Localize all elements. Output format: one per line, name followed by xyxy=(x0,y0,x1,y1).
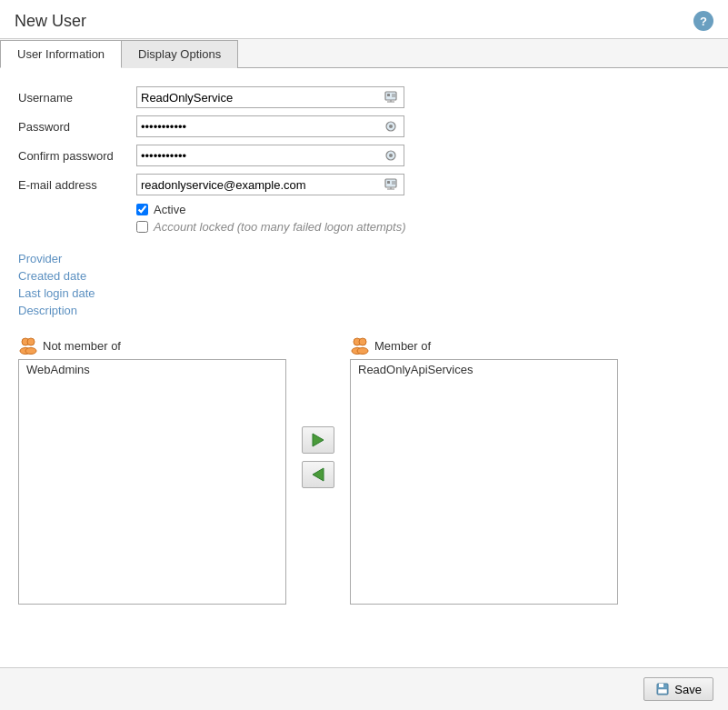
username-icon xyxy=(382,88,400,106)
svg-marker-21 xyxy=(313,468,324,481)
email-icon xyxy=(382,175,400,194)
content-area: Username xyxy=(0,68,728,659)
not-member-header: Not member of xyxy=(18,335,286,355)
remove-from-member-button[interactable] xyxy=(302,461,334,488)
confirm-password-label: Confirm password xyxy=(18,149,136,163)
password-input[interactable] xyxy=(141,120,382,134)
last-login-date-label: Last login date xyxy=(18,286,710,300)
groups-section: Not member of WebAdmins xyxy=(18,335,710,605)
svg-rect-27 xyxy=(659,684,663,687)
footer: Save xyxy=(0,667,728,710)
active-checkbox[interactable] xyxy=(136,204,148,215)
active-checkbox-row: Active xyxy=(136,203,710,216)
email-label: E-mail address xyxy=(18,178,136,192)
svg-rect-28 xyxy=(658,689,667,694)
locked-label: Account locked (too many failed logon at… xyxy=(154,220,405,234)
tabs-container: User Information Display Options xyxy=(0,39,728,68)
password-row: Password xyxy=(18,115,710,137)
add-to-member-button[interactable] xyxy=(302,426,334,454)
active-label: Active xyxy=(154,203,185,216)
page-header: New User ? xyxy=(0,0,728,39)
list-item[interactable]: WebAdmins xyxy=(19,360,285,379)
arrow-right-icon xyxy=(309,432,327,448)
svg-point-25 xyxy=(357,348,368,355)
username-field-wrapper xyxy=(136,86,404,108)
save-button[interactable]: Save xyxy=(643,677,713,701)
help-button[interactable]: ? xyxy=(693,11,713,31)
description-label: Description xyxy=(18,304,710,317)
svg-point-9 xyxy=(389,154,393,157)
tab-user-information[interactable]: User Information xyxy=(0,40,122,68)
member-listbox[interactable]: ReadOnlyApiServices xyxy=(350,359,618,605)
page-title: New User xyxy=(15,12,86,31)
arrow-left-icon xyxy=(309,466,327,483)
member-icon xyxy=(350,335,370,355)
not-member-panel: Not member of WebAdmins xyxy=(18,335,286,605)
svg-point-17 xyxy=(27,338,35,345)
arrow-buttons xyxy=(295,426,341,488)
svg-marker-20 xyxy=(313,434,324,446)
password-field-wrapper xyxy=(136,115,404,137)
confirm-password-field-wrapper xyxy=(136,145,404,166)
save-icon xyxy=(655,682,670,696)
svg-point-19 xyxy=(25,348,36,355)
form-section: Username xyxy=(18,86,710,234)
info-section: Provider Created date Last login date De… xyxy=(18,252,710,317)
member-header: Member of xyxy=(350,335,618,355)
svg-point-7 xyxy=(389,125,393,128)
created-date-label: Created date xyxy=(18,269,710,283)
save-label: Save xyxy=(674,683,702,696)
not-member-icon xyxy=(18,335,38,355)
svg-point-23 xyxy=(359,338,366,345)
list-item[interactable]: ReadOnlyApiServices xyxy=(351,360,617,379)
svg-rect-11 xyxy=(387,181,390,184)
not-member-label: Not member of xyxy=(43,339,121,353)
username-row: Username xyxy=(18,86,710,108)
svg-rect-1 xyxy=(387,94,390,96)
username-input[interactable] xyxy=(141,91,382,105)
confirm-password-row: Confirm password xyxy=(18,145,710,166)
username-label: Username xyxy=(18,91,136,105)
not-member-listbox[interactable]: WebAdmins xyxy=(18,359,286,605)
email-row: E-mail address xyxy=(18,174,710,195)
page-container: New User ? User Information Display Opti… xyxy=(0,0,728,710)
member-panel: Member of ReadOnlyApiServices xyxy=(350,335,618,605)
password-label: Password xyxy=(18,120,136,134)
email-field-wrapper xyxy=(136,174,404,195)
member-label: Member of xyxy=(374,339,431,353)
locked-checkbox-row: Account locked (too many failed logon at… xyxy=(136,220,710,234)
password-icon xyxy=(382,117,400,135)
email-input[interactable] xyxy=(141,178,382,192)
provider-label: Provider xyxy=(18,252,710,265)
locked-checkbox[interactable] xyxy=(136,221,148,233)
confirm-password-icon xyxy=(382,146,400,165)
confirm-password-input[interactable] xyxy=(141,149,382,163)
tab-display-options[interactable]: Display Options xyxy=(121,40,238,68)
